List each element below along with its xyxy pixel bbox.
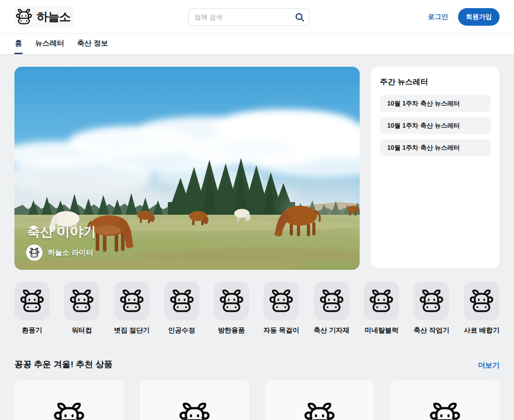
- author-name: 하늘소 라이터: [48, 248, 93, 258]
- category-box: [414, 282, 449, 320]
- category-box: [264, 282, 299, 320]
- category-box: [14, 282, 50, 320]
- logo[interactable]: 하늘소: [14, 6, 74, 28]
- product-card[interactable]: [390, 380, 500, 420]
- nav-tab[interactable]: 홈: [14, 34, 23, 54]
- category-item[interactable]: 워터컵: [64, 282, 99, 335]
- main-content: 축산 이야기 하늘소 라이터 주간 뉴스레터 10월 1주차 축산 뉴스레터10…: [0, 55, 514, 420]
- product-card[interactable]: [14, 380, 124, 420]
- cow-icon: [303, 401, 336, 420]
- cow-icon: [219, 288, 244, 314]
- category-label: 워터컵: [72, 326, 92, 335]
- logo-text: 하늘소: [37, 9, 70, 25]
- category-item[interactable]: 미네랄블럭: [364, 282, 399, 335]
- category-item[interactable]: 자동 목걸이: [264, 282, 299, 335]
- category-item[interactable]: 인공수정: [164, 282, 199, 335]
- search-bar: [188, 8, 310, 26]
- cow-icon: [419, 288, 444, 314]
- newsletter-panel: 주간 뉴스레터 10월 1주차 축산 뉴스레터10월 1주차 축산 뉴스레터10…: [371, 67, 500, 268]
- cow-icon: [19, 288, 45, 314]
- category-item[interactable]: 축산 작업기: [414, 282, 449, 335]
- category-label: 사료 배합기: [464, 326, 500, 335]
- cow-icon: [169, 288, 194, 314]
- product-row: [14, 380, 500, 420]
- newsletter-item[interactable]: 10월 1주차 축산 뉴스레터: [380, 117, 491, 134]
- newsletter-item[interactable]: 10월 1주차 축산 뉴스레터: [380, 95, 491, 112]
- search-icon[interactable]: [295, 12, 305, 22]
- newsletter-title: 주간 뉴스레터: [380, 77, 491, 87]
- cow-icon: [429, 401, 461, 420]
- recommend-title: 꽁꽁 추운 겨울! 추천 상품: [14, 359, 112, 370]
- category-label: 환풍기: [22, 326, 42, 335]
- signup-button[interactable]: 회원가입: [458, 8, 500, 26]
- category-item[interactable]: 사료 배합기: [464, 282, 500, 335]
- newsletter-list: 10월 1주차 축산 뉴스레터10월 1주차 축산 뉴스레터10월 1주차 축산…: [380, 95, 491, 156]
- category-box: [114, 282, 149, 320]
- category-item[interactable]: 환풍기: [14, 282, 50, 335]
- category-label: 방한용품: [218, 326, 245, 335]
- category-box: [464, 282, 499, 320]
- cow-icon: [469, 288, 494, 314]
- category-label: 축산 기자재: [314, 326, 349, 335]
- product-card[interactable]: [265, 380, 375, 420]
- category-item[interactable]: 방한용품: [214, 282, 249, 335]
- header: 하늘소 로그인 회원가입: [0, 0, 514, 34]
- avatar-cow-icon: [29, 247, 40, 258]
- cow-icon: [178, 401, 211, 420]
- category-item[interactable]: 볏집 절단기: [114, 282, 149, 335]
- category-label: 자동 목걸이: [264, 326, 299, 335]
- main-nav: 홈뉴스레터축산 정보: [0, 34, 514, 55]
- newsletter-item[interactable]: 10월 1주차 축산 뉴스레터: [380, 139, 491, 156]
- nav-tab[interactable]: 축산 정보: [77, 34, 108, 54]
- hero-author: 하늘소 라이터: [26, 245, 93, 261]
- category-box: [214, 282, 249, 320]
- nav-tab[interactable]: 뉴스레터: [35, 34, 65, 54]
- category-box: [64, 282, 99, 320]
- cow-icon: [369, 288, 394, 314]
- search-input[interactable]: [188, 8, 310, 26]
- cow-icon: [69, 288, 94, 314]
- author-avatar: [26, 245, 42, 261]
- cow-icon: [53, 401, 85, 420]
- hero-title: 축산 이야기: [27, 223, 96, 241]
- recommend-header: 꽁꽁 추운 겨울! 추천 상품 더보기: [14, 359, 500, 370]
- hero-article-card[interactable]: 축산 이야기 하늘소 라이터: [14, 67, 360, 270]
- logo-cow-icon: [15, 8, 32, 25]
- header-actions: 로그인 회원가입: [428, 8, 500, 26]
- more-link[interactable]: 더보기: [478, 361, 500, 370]
- category-item[interactable]: 축산 기자재: [314, 282, 349, 335]
- category-label: 축산 작업기: [414, 326, 449, 335]
- category-label: 미네랄블럭: [365, 326, 398, 335]
- login-link[interactable]: 로그인: [428, 13, 448, 21]
- cow-icon: [119, 288, 144, 314]
- category-row: 환풍기 워터컵 볏집 절단기 인공수정 방한용품 자동 목걸: [14, 282, 500, 335]
- category-label: 인공수정: [168, 326, 195, 335]
- category-box: [314, 282, 349, 320]
- category-box: [164, 282, 199, 320]
- cow-icon: [319, 288, 344, 314]
- category-box: [364, 282, 399, 320]
- cow-icon: [269, 288, 294, 314]
- product-card[interactable]: [140, 380, 249, 420]
- category-label: 볏집 절단기: [114, 326, 149, 335]
